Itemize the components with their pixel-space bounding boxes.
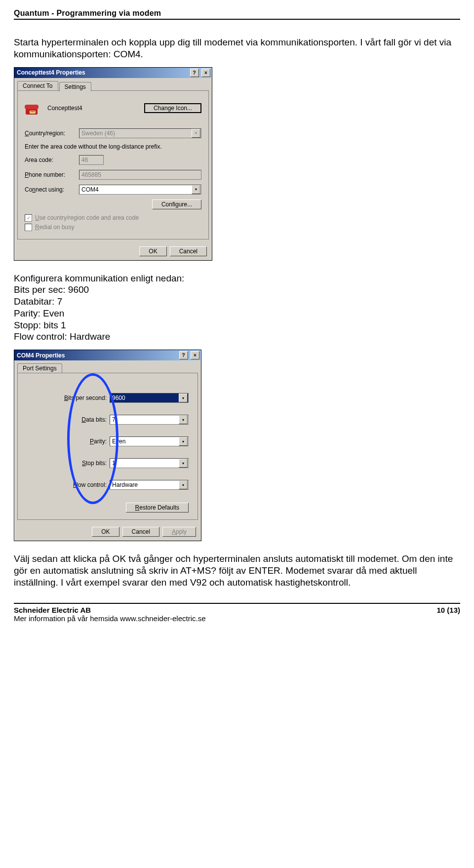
- flow-select[interactable]: Hardware ▾: [110, 480, 189, 490]
- ok-button[interactable]: OK: [139, 246, 166, 256]
- databits-label: Data bits:: [47, 416, 110, 423]
- connect-using-select[interactable]: COM4 ▾: [79, 185, 201, 195]
- config-line: Bits per sec: 9600: [14, 284, 460, 296]
- apply-button[interactable]: Apply: [162, 527, 196, 537]
- dropdown-icon: ▾: [179, 437, 188, 446]
- dropdown-icon: ▾: [192, 129, 200, 138]
- config-line: Stopp: bits 1: [14, 319, 460, 331]
- parity-select[interactable]: Even ▾: [110, 436, 189, 446]
- flow-label: Flow control:: [47, 481, 110, 488]
- use-country-checkbox[interactable]: ✓ Use country/region code and area code: [25, 214, 201, 222]
- footer-company: Schneider Electric AB: [14, 606, 91, 614]
- config-line: Databitar: 7: [14, 296, 460, 308]
- svg-rect-1: [25, 105, 39, 109]
- configure-button[interactable]: Configure...: [152, 199, 201, 209]
- stopbits-select[interactable]: 1 ▾: [110, 458, 189, 468]
- properties-dialog: Concepttest4 Properties ? × Connect To S…: [14, 67, 212, 261]
- phone-icon: [25, 101, 41, 116]
- dialog1-title: Concepttest4 Properties: [17, 69, 85, 76]
- parity-label: Parity:: [47, 438, 110, 445]
- intro-paragraph: Starta hyperterminalen och koppla upp di…: [14, 37, 460, 60]
- com4-dialog: COM4 Properties ? × Port Settings Bits p…: [14, 350, 201, 541]
- dropdown-icon: ▾: [192, 185, 200, 194]
- phone-field[interactable]: 465885: [79, 170, 201, 180]
- dropdown-icon: ▾: [179, 480, 188, 489]
- close-button[interactable]: ×: [201, 69, 210, 77]
- cancel-button[interactable]: Cancel: [170, 246, 207, 256]
- redial-checkbox[interactable]: Redial on busy: [25, 224, 201, 231]
- tab-connect-to[interactable]: Connect To: [17, 81, 58, 90]
- bits-select[interactable]: 9600 ▾: [110, 393, 189, 403]
- databits-select[interactable]: 7 ▾: [110, 415, 189, 425]
- restore-defaults-button[interactable]: Restore Defaults: [126, 503, 189, 513]
- help-button[interactable]: ?: [179, 351, 188, 359]
- dropdown-icon: ▾: [179, 394, 188, 402]
- country-label: Country/region:: [25, 130, 79, 137]
- svg-rect-5: [34, 111, 35, 112]
- bits-label: Bits per second:: [47, 395, 110, 401]
- cancel-button[interactable]: Cancel: [122, 527, 159, 537]
- svg-rect-4: [32, 111, 33, 112]
- dropdown-icon: ▾: [179, 415, 188, 424]
- checkbox-icon: [25, 224, 32, 231]
- country-select[interactable]: Sweden (46) ▾: [79, 128, 201, 138]
- page-number: 10 (13): [436, 606, 460, 623]
- page-header: Quantum - Programmering via modem: [14, 9, 460, 20]
- outro-paragraph: Välj sedan att klicka på OK två gånger o…: [14, 553, 460, 588]
- dropdown-icon: ▾: [179, 459, 188, 468]
- stopbits-label: Stop bits:: [47, 460, 110, 467]
- connection-name: Concepttest4: [47, 105, 144, 112]
- area-code-field[interactable]: 46: [79, 155, 104, 165]
- dialog2-title: COM4 Properties: [17, 352, 65, 359]
- phone-label: Phone number:: [25, 171, 79, 178]
- tab-settings[interactable]: Settings: [59, 82, 91, 91]
- change-icon-button[interactable]: Change Icon...: [144, 103, 201, 113]
- footer-sub: Mer information på vår hemsida www.schne…: [14, 614, 205, 623]
- help-button[interactable]: ?: [190, 69, 199, 77]
- area-hint: Enter the area code without the long-dis…: [25, 143, 201, 150]
- svg-rect-3: [31, 111, 32, 112]
- close-button[interactable]: ×: [191, 351, 199, 359]
- area-code-label: Area code:: [25, 157, 79, 163]
- checkbox-icon: ✓: [25, 214, 32, 222]
- ok-button[interactable]: OK: [92, 527, 119, 537]
- connect-using-label: Connect using:: [25, 186, 79, 193]
- config-line: Parity: Even: [14, 308, 460, 319]
- config-line: Flow control: Hardware: [14, 331, 460, 343]
- config-heading: Konfigurera kommunikation enligt nedan:: [14, 273, 460, 284]
- tab-port-settings[interactable]: Port Settings: [17, 363, 62, 373]
